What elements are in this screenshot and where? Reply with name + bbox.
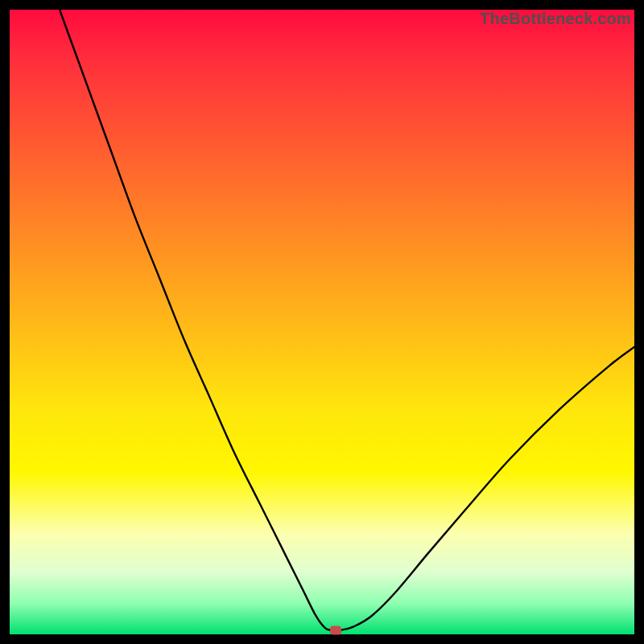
optimal-point-marker — [330, 625, 341, 634]
plot-area: TheBottleneck.com — [10, 10, 634, 634]
bottleneck-curve — [10, 10, 634, 634]
chart-frame: TheBottleneck.com — [0, 0, 644, 644]
watermark-text: TheBottleneck.com — [480, 10, 631, 28]
